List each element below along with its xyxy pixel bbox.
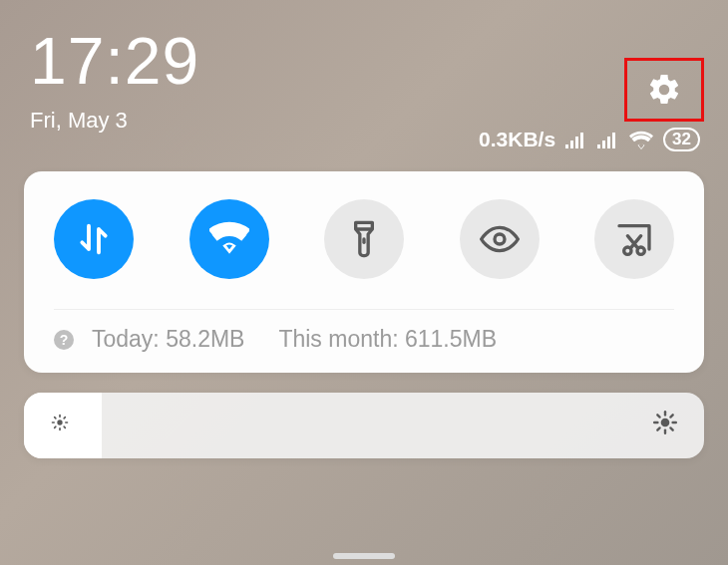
flashlight-icon [344,219,384,259]
eye-icon [480,219,520,259]
usage-month: This month: 611.5MB [278,326,497,353]
wifi-status-icon [629,130,653,149]
svg-rect-6 [607,137,610,148]
network-speed: 0.3KB/s [479,128,555,151]
scissors-crop-icon [614,219,654,259]
svg-point-21 [661,418,670,426]
brightness-low-icon [50,413,70,438]
screenshot-toggle[interactable] [594,199,674,279]
svg-line-19 [55,426,56,427]
battery-level: 32 [663,128,700,151]
clock-time: 17:29 [30,28,698,94]
svg-line-18 [64,426,65,427]
svg-point-12 [57,420,62,424]
wifi-toggle[interactable] [189,199,269,279]
gear-icon [646,72,682,108]
mobile-data-toggle[interactable] [54,199,134,279]
signal-sim2-icon [597,131,619,148]
help-icon: ? [54,330,74,350]
svg-rect-5 [602,141,605,148]
data-arrows-icon [74,219,114,259]
home-handle[interactable] [333,553,395,559]
settings-button[interactable] [624,58,704,122]
quick-settings-panel: ? Today: 58.2MB This month: 611.5MB [24,171,704,373]
wifi-icon [209,219,249,259]
svg-line-26 [657,415,659,417]
svg-rect-2 [575,137,578,148]
signal-sim1-icon [565,131,587,148]
panel-divider [54,309,674,310]
notification-header: 17:29 Fri, May 3 0.3KB/s 32 [0,0,728,143]
brightness-slider[interactable] [24,393,704,458]
flashlight-toggle[interactable] [324,199,404,279]
svg-rect-4 [597,144,600,148]
svg-line-28 [657,427,659,429]
svg-line-17 [55,418,56,419]
svg-line-20 [64,418,65,419]
brightness-high-icon [652,410,678,442]
svg-line-27 [670,427,672,429]
svg-rect-1 [570,141,573,148]
svg-rect-3 [580,133,583,148]
quick-toggles-row [54,195,674,299]
svg-rect-0 [565,144,568,148]
data-usage-row[interactable]: ? Today: 58.2MB This month: 611.5MB [54,326,674,353]
svg-point-9 [495,234,505,244]
svg-line-29 [670,415,672,417]
usage-today: Today: 58.2MB [92,326,244,353]
reading-mode-toggle[interactable] [460,199,540,279]
status-bar: 0.3KB/s 32 [479,128,700,151]
svg-rect-7 [612,133,615,148]
